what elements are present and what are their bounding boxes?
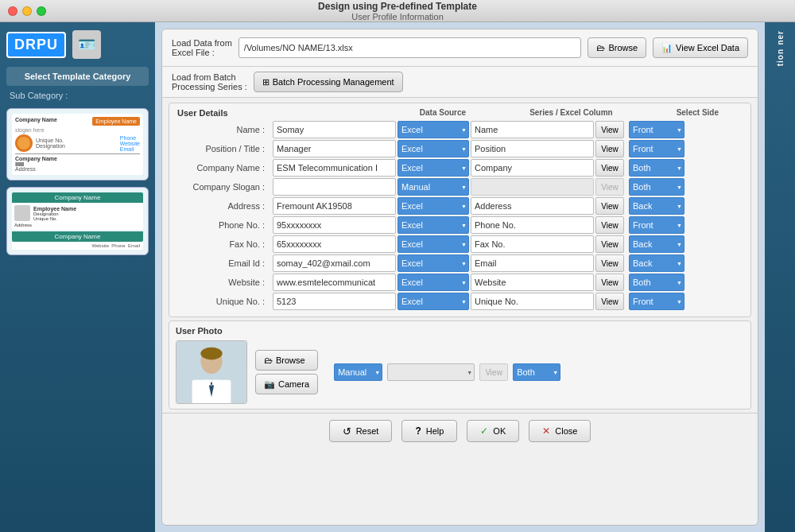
user-photo-title: User Photo <box>176 326 744 336</box>
side-select[interactable]: FrontBackBoth <box>629 293 684 310</box>
series-input[interactable] <box>471 235 594 253</box>
detail-row: Fax No. :ExcelManual▼ViewFrontBackBoth▼ <box>176 235 744 253</box>
photo-source-select[interactable]: Manual Excel <box>334 363 382 381</box>
side-select[interactable]: FrontBackBoth <box>629 140 684 157</box>
close-window-button[interactable] <box>8 6 17 16</box>
source-select[interactable]: ExcelManual <box>398 293 469 310</box>
view-button[interactable]: View <box>595 121 624 138</box>
view-button[interactable]: View <box>595 140 624 157</box>
side-select[interactable]: FrontBackBoth <box>629 121 684 138</box>
side-select[interactable]: FrontBackBoth <box>629 197 684 215</box>
side-select[interactable]: FrontBackBoth <box>629 216 684 234</box>
view-button[interactable]: View <box>595 274 624 291</box>
right-edge-text-2: tion <box>776 49 785 66</box>
minimize-window-button[interactable] <box>22 6 32 16</box>
source-select[interactable]: ExcelManual <box>398 235 469 253</box>
detail-row: Position / Title :ExcelManual▼ViewFrontB… <box>176 140 744 157</box>
source-select[interactable]: ExcelManual <box>398 197 469 215</box>
view-button[interactable]: View <box>595 254 624 272</box>
detail-row: Name :ExcelManual▼ViewFrontBackBoth▼ <box>176 121 744 138</box>
detail-row: Address :ExcelManual▼ViewFrontBackBoth▼ <box>176 197 744 215</box>
sidebar-subcategory: Sub Category : <box>6 89 149 102</box>
field-value-input[interactable] <box>273 235 396 253</box>
field-value-input[interactable] <box>273 274 396 291</box>
source-select[interactable]: ExcelManual <box>398 216 469 234</box>
field-label: Fax No. : <box>176 239 271 249</box>
title-bar: Design using Pre-defined Template User P… <box>0 0 795 22</box>
field-label: Company Name : <box>176 163 271 173</box>
series-input[interactable] <box>471 121 594 138</box>
excel-file-input[interactable] <box>238 37 582 58</box>
template-card-1[interactable]: Company Name Employee Name slogan here U… <box>6 108 149 181</box>
col-side-header: Select Side <box>677 108 719 118</box>
view-button[interactable]: View <box>595 293 624 310</box>
field-value-input[interactable] <box>273 216 396 234</box>
field-label: Name : <box>176 125 271 134</box>
col-data-source-header: Data Source <box>420 108 466 118</box>
field-label: Email Id : <box>176 258 271 268</box>
photo-source-select-wrap[interactable]: Manual Excel <box>334 363 382 381</box>
batch-label: Load from BatchProcessing Series : <box>172 72 247 91</box>
template-card-2[interactable]: Company Name Employee Name Designation U… <box>6 187 149 255</box>
ok-icon <box>480 425 488 437</box>
source-select[interactable]: ExcelManual <box>398 140 469 157</box>
series-input[interactable] <box>471 159 594 177</box>
series-input[interactable] <box>471 140 594 157</box>
field-value-input[interactable] <box>273 254 396 272</box>
view-button[interactable]: View <box>595 235 624 253</box>
view-button[interactable]: View <box>595 197 624 215</box>
source-select[interactable]: ExcelManual <box>398 121 469 138</box>
view-button[interactable]: View <box>595 216 624 234</box>
field-value-input[interactable] <box>273 140 396 157</box>
sidebar: DRPU 🪪 Select Template Category Sub Cate… <box>0 22 155 532</box>
series-input[interactable] <box>471 197 594 215</box>
side-select[interactable]: FrontBackBoth <box>629 235 684 253</box>
detail-row: Website :ExcelManual▼ViewFrontBackBoth▼ <box>176 274 744 291</box>
photo-side-select-wrap[interactable]: Both Front Back <box>513 363 560 381</box>
photo-side-select[interactable]: Both Front Back <box>513 363 560 381</box>
side-select[interactable]: FrontBackBoth <box>629 254 684 272</box>
side-select[interactable]: FrontBackBoth <box>629 159 684 177</box>
series-input[interactable] <box>471 216 594 234</box>
field-label: Position / Title : <box>176 144 271 153</box>
side-select[interactable]: FrontBackBoth <box>629 274 684 291</box>
reset-button[interactable]: Reset <box>329 420 393 442</box>
field-value-input[interactable] <box>273 178 396 196</box>
field-value-input[interactable] <box>273 197 396 215</box>
side-select[interactable]: FrontBackBoth <box>629 178 684 196</box>
photo-series-select[interactable] <box>387 363 475 381</box>
series-input[interactable] <box>471 293 594 310</box>
detail-rows-container: Name :ExcelManual▼ViewFrontBackBoth▼Posi… <box>176 121 744 310</box>
field-label: Address : <box>176 201 271 211</box>
photo-view-button: View <box>479 363 508 381</box>
user-details-section: User Details Data Source Series / Excel … <box>169 103 751 317</box>
browse-excel-button[interactable]: 🗁 Browse <box>588 37 646 58</box>
series-input[interactable] <box>471 274 594 291</box>
detail-row: Company Slogan :ExcelManual▼ViewFrontBac… <box>176 178 744 196</box>
maximize-window-button[interactable] <box>37 6 46 16</box>
right-edge-text-1: ner <box>776 30 785 45</box>
view-excel-button[interactable]: 📊 View Excel Data <box>653 37 748 58</box>
browse-photo-icon: 🗁 <box>264 355 273 365</box>
close-button[interactable]: Close <box>529 420 591 442</box>
field-value-input[interactable] <box>273 159 396 177</box>
help-button[interactable]: Help <box>401 420 457 442</box>
camera-button[interactable]: 📷 Camera <box>255 374 318 394</box>
field-value-input[interactable] <box>273 293 396 310</box>
sidebar-category: Select Template Category <box>6 67 149 86</box>
ok-button[interactable]: OK <box>467 420 519 442</box>
source-select[interactable]: ExcelManual <box>398 254 469 272</box>
series-input[interactable] <box>471 254 594 272</box>
field-value-input[interactable] <box>273 121 396 138</box>
browse-photo-button[interactable]: 🗁 Browse <box>255 350 318 371</box>
photo-series-select-wrap[interactable] <box>387 363 475 381</box>
browse-icon: 🗁 <box>596 43 605 52</box>
source-select[interactable]: ExcelManual <box>398 159 469 177</box>
view-button[interactable]: View <box>595 159 624 177</box>
batch-processing-button[interactable]: ⊞ Batch Processing Management <box>254 72 403 92</box>
detail-row: Phone No. :ExcelManual▼ViewFrontBackBoth… <box>176 216 744 234</box>
source-select[interactable]: ExcelManual <box>398 178 469 196</box>
person-silhouette <box>176 341 247 403</box>
photo-buttons: 🗁 Browse 📷 Camera <box>255 350 318 394</box>
source-select[interactable]: ExcelManual <box>398 274 469 291</box>
